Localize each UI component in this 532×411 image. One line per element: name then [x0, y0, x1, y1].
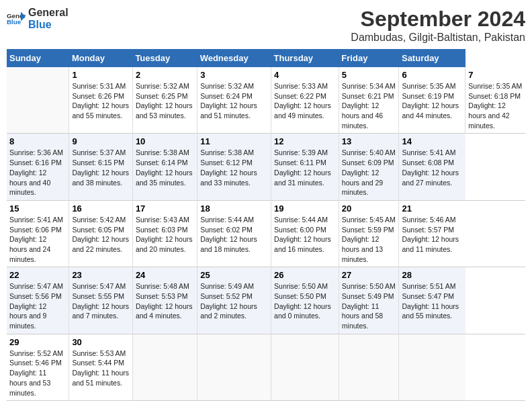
- day-number: 6: [402, 70, 462, 80]
- calendar-cell: 29 Sunrise: 5:52 AM Sunset: 5:46 PM Dayl…: [7, 334, 69, 400]
- day-number: 23: [72, 270, 130, 280]
- day-info: Sunrise: 5:31 AM Sunset: 6:26 PM Dayligh…: [72, 81, 130, 121]
- calendar-cell: 12 Sunrise: 5:39 AM Sunset: 6:11 PM Dayl…: [271, 134, 339, 200]
- calendar-cell: [132, 334, 197, 400]
- calendar-cell: 25 Sunrise: 5:49 AM Sunset: 5:52 PM Dayl…: [197, 267, 271, 334]
- day-info: Sunrise: 5:44 AM Sunset: 6:00 PM Dayligh…: [274, 215, 336, 255]
- day-info: Sunrise: 5:38 AM Sunset: 6:12 PM Dayligh…: [200, 148, 268, 187]
- header-cell-thursday: Thursday: [271, 49, 339, 67]
- day-info: Sunrise: 5:41 AM Sunset: 6:06 PM Dayligh…: [9, 215, 66, 264]
- day-number: 7: [468, 70, 523, 80]
- calendar-cell: 4 Sunrise: 5:33 AM Sunset: 6:22 PM Dayli…: [271, 67, 339, 134]
- day-info: Sunrise: 5:42 AM Sunset: 6:05 PM Dayligh…: [72, 215, 130, 255]
- calendar-cell: [271, 334, 339, 400]
- calendar-cell: [197, 334, 271, 400]
- calendar-cell: 21 Sunrise: 5:46 AM Sunset: 5:57 PM Dayl…: [399, 200, 466, 267]
- day-info: Sunrise: 5:49 AM Sunset: 5:52 PM Dayligh…: [200, 281, 268, 321]
- day-info: Sunrise: 5:33 AM Sunset: 6:22 PM Dayligh…: [274, 81, 336, 121]
- calendar-week-5: 29 Sunrise: 5:52 AM Sunset: 5:46 PM Dayl…: [7, 334, 525, 400]
- day-info: Sunrise: 5:32 AM Sunset: 6:24 PM Dayligh…: [200, 81, 268, 121]
- calendar-cell: 18 Sunrise: 5:44 AM Sunset: 6:02 PM Dayl…: [197, 200, 271, 267]
- calendar-cell: 3 Sunrise: 5:32 AM Sunset: 6:24 PM Dayli…: [197, 67, 271, 134]
- calendar-cell: 16 Sunrise: 5:42 AM Sunset: 6:05 PM Dayl…: [69, 200, 133, 267]
- day-number: 26: [274, 270, 336, 280]
- day-number: 28: [402, 270, 462, 280]
- day-info: Sunrise: 5:53 AM Sunset: 5:44 PM Dayligh…: [72, 349, 130, 388]
- day-number: 20: [342, 203, 396, 214]
- day-number: 25: [200, 270, 268, 280]
- calendar-cell: 19 Sunrise: 5:44 AM Sunset: 6:00 PM Dayl…: [271, 200, 339, 267]
- page-title: September 2024: [351, 7, 525, 32]
- day-number: 8: [9, 136, 66, 146]
- day-number: 21: [402, 203, 462, 214]
- day-number: 29: [9, 337, 66, 347]
- calendar-cell: 22 Sunrise: 5:47 AM Sunset: 5:56 PM Dayl…: [7, 267, 69, 334]
- logo: General Blue General Blue: [7, 7, 69, 30]
- logo-line1: General: [28, 7, 69, 19]
- header-cell-monday: Monday: [69, 49, 133, 67]
- calendar-cell: 26 Sunrise: 5:50 AM Sunset: 5:50 PM Dayl…: [271, 267, 339, 334]
- day-number: 17: [136, 203, 194, 214]
- calendar-cell: 30 Sunrise: 5:53 AM Sunset: 5:44 PM Dayl…: [69, 334, 133, 400]
- day-info: Sunrise: 5:41 AM Sunset: 6:08 PM Dayligh…: [402, 148, 462, 187]
- calendar-cell: 6 Sunrise: 5:35 AM Sunset: 6:19 PM Dayli…: [399, 67, 466, 134]
- day-info: Sunrise: 5:46 AM Sunset: 5:57 PM Dayligh…: [402, 215, 462, 255]
- logo-icon: General Blue: [7, 9, 26, 28]
- calendar-cell: 15 Sunrise: 5:41 AM Sunset: 6:06 PM Dayl…: [7, 200, 69, 267]
- day-number: 10: [136, 136, 194, 146]
- day-number: 11: [200, 136, 268, 146]
- page-header: General Blue General Blue September 2024…: [7, 7, 525, 44]
- day-number: 24: [136, 270, 194, 280]
- day-number: 27: [342, 270, 396, 280]
- day-info: Sunrise: 5:34 AM Sunset: 6:21 PM Dayligh…: [342, 81, 396, 130]
- calendar-week-2: 8 Sunrise: 5:36 AM Sunset: 6:16 PM Dayli…: [7, 134, 525, 200]
- day-info: Sunrise: 5:40 AM Sunset: 6:09 PM Dayligh…: [342, 148, 396, 197]
- calendar-header: SundayMondayTuesdayWednesdayThursdayFrid…: [7, 49, 525, 67]
- day-info: Sunrise: 5:45 AM Sunset: 5:59 PM Dayligh…: [342, 215, 396, 264]
- calendar-table: SundayMondayTuesdayWednesdayThursdayFrid…: [7, 49, 525, 401]
- calendar-body: 1 Sunrise: 5:31 AM Sunset: 6:26 PM Dayli…: [7, 67, 525, 401]
- calendar-week-4: 22 Sunrise: 5:47 AM Sunset: 5:56 PM Dayl…: [7, 267, 525, 334]
- day-info: Sunrise: 5:38 AM Sunset: 6:14 PM Dayligh…: [136, 148, 194, 187]
- header-cell-friday: Friday: [339, 49, 399, 67]
- calendar-cell: 7 Sunrise: 5:35 AM Sunset: 6:18 PM Dayli…: [466, 67, 525, 134]
- day-number: 4: [274, 70, 336, 80]
- calendar-cell: 9 Sunrise: 5:37 AM Sunset: 6:15 PM Dayli…: [69, 134, 133, 200]
- day-info: Sunrise: 5:39 AM Sunset: 6:11 PM Dayligh…: [274, 148, 336, 187]
- day-info: Sunrise: 5:48 AM Sunset: 5:53 PM Dayligh…: [136, 281, 194, 321]
- calendar-cell: 13 Sunrise: 5:40 AM Sunset: 6:09 PM Dayl…: [339, 134, 399, 200]
- calendar-cell: [399, 334, 466, 400]
- day-number: 5: [342, 70, 396, 80]
- header-row: SundayMondayTuesdayWednesdayThursdayFrid…: [7, 49, 525, 67]
- day-info: Sunrise: 5:47 AM Sunset: 5:55 PM Dayligh…: [72, 281, 130, 321]
- title-block: September 2024 Dambudas, Gilgit-Baltista…: [351, 7, 525, 44]
- day-info: Sunrise: 5:47 AM Sunset: 5:56 PM Dayligh…: [9, 281, 66, 330]
- calendar-cell: 14 Sunrise: 5:41 AM Sunset: 6:08 PM Dayl…: [399, 134, 466, 200]
- day-info: Sunrise: 5:52 AM Sunset: 5:46 PM Dayligh…: [9, 349, 66, 398]
- day-info: Sunrise: 5:35 AM Sunset: 6:19 PM Dayligh…: [402, 81, 462, 121]
- calendar-cell: 10 Sunrise: 5:38 AM Sunset: 6:14 PM Dayl…: [132, 134, 197, 200]
- day-number: 12: [274, 136, 336, 146]
- calendar-cell: 5 Sunrise: 5:34 AM Sunset: 6:21 PM Dayli…: [339, 67, 399, 134]
- day-info: Sunrise: 5:32 AM Sunset: 6:25 PM Dayligh…: [136, 81, 194, 121]
- calendar-cell: 1 Sunrise: 5:31 AM Sunset: 6:26 PM Dayli…: [69, 67, 133, 134]
- header-cell-saturday: Saturday: [399, 49, 466, 67]
- page-subtitle: Dambudas, Gilgit-Baltistan, Pakistan: [351, 32, 525, 44]
- logo-line2: Blue: [28, 19, 69, 31]
- day-number: 18: [200, 203, 268, 214]
- calendar-cell: 20 Sunrise: 5:45 AM Sunset: 5:59 PM Dayl…: [339, 200, 399, 267]
- calendar-cell: 8 Sunrise: 5:36 AM Sunset: 6:16 PM Dayli…: [7, 134, 69, 200]
- header-cell-tuesday: Tuesday: [132, 49, 197, 67]
- day-number: 2: [136, 70, 194, 80]
- calendar-week-3: 15 Sunrise: 5:41 AM Sunset: 6:06 PM Dayl…: [7, 200, 525, 267]
- day-info: Sunrise: 5:51 AM Sunset: 5:47 PM Dayligh…: [402, 281, 462, 321]
- header-cell-sunday: Sunday: [7, 49, 69, 67]
- day-number: 13: [342, 136, 396, 146]
- calendar-cell: [339, 334, 399, 400]
- day-number: 22: [9, 270, 66, 280]
- day-number: 9: [72, 136, 130, 146]
- day-info: Sunrise: 5:36 AM Sunset: 6:16 PM Dayligh…: [9, 148, 66, 197]
- calendar-week-1: 1 Sunrise: 5:31 AM Sunset: 6:26 PM Dayli…: [7, 67, 525, 134]
- calendar-cell: 27 Sunrise: 5:50 AM Sunset: 5:49 PM Dayl…: [339, 267, 399, 334]
- calendar-cell: 24 Sunrise: 5:48 AM Sunset: 5:53 PM Dayl…: [132, 267, 197, 334]
